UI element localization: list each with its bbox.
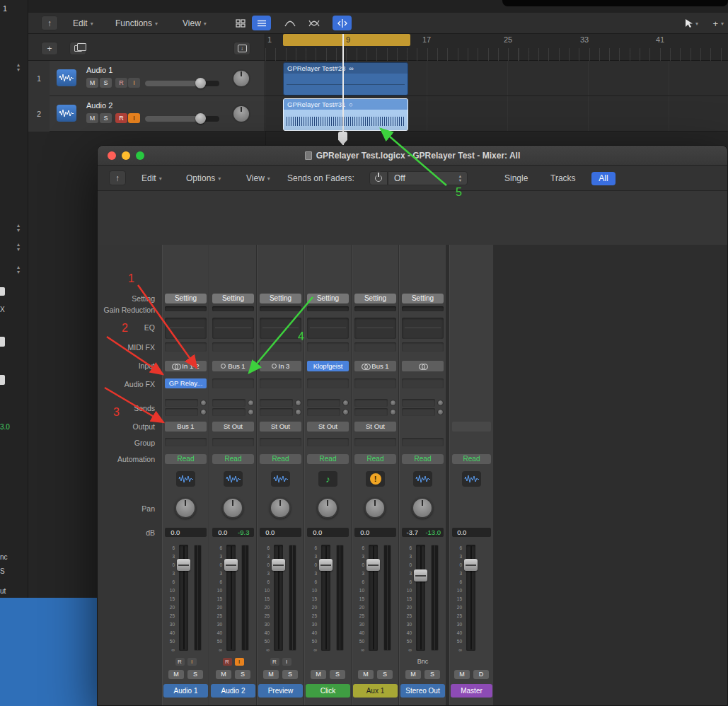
automation-mode-button[interactable]: Read: [354, 454, 396, 464]
audio-fx-slot[interactable]: [354, 378, 396, 388]
mute-button[interactable]: M: [86, 113, 98, 123]
solo-button[interactable]: S: [100, 78, 112, 88]
channel-setting-button[interactable]: Setting: [212, 294, 254, 303]
channel-setting-button[interactable]: Setting: [354, 294, 396, 303]
send-slot[interactable]: [260, 408, 293, 416]
hide-menu-button[interactable]: ↑: [109, 170, 126, 185]
track-header-audio1[interactable]: 1 Audio 1 M S R I: [28, 61, 265, 96]
eq-display[interactable]: [307, 318, 349, 339]
channel-setting-button[interactable]: Setting: [165, 294, 207, 303]
channel-name[interactable]: Audio 2: [211, 684, 255, 698]
record-button[interactable]: R: [223, 658, 232, 666]
track-header-config-button[interactable]: ↓: [233, 42, 250, 55]
record-enable-button[interactable]: R: [115, 113, 127, 123]
midi-fx-slot[interactable]: [402, 342, 444, 352]
solo-button[interactable]: S: [235, 670, 250, 679]
volume-fader[interactable]: [179, 545, 188, 651]
mute-button[interactable]: M: [86, 78, 98, 88]
group-slot[interactable]: [260, 438, 301, 446]
track-header-audio2[interactable]: 2 Audio 2 M S R I: [28, 96, 265, 132]
channel-setting-button[interactable]: Setting: [260, 294, 301, 303]
eq-display[interactable]: [260, 318, 301, 339]
automation-mode-button[interactable]: Read: [212, 454, 254, 464]
automation-mode-button[interactable]: Read: [165, 454, 207, 464]
instrument-slot[interactable]: Klopfgeist: [307, 361, 349, 371]
midi-fx-slot[interactable]: [354, 342, 396, 352]
group-slot[interactable]: [212, 438, 254, 446]
volume-slider[interactable]: [145, 116, 219, 122]
mute-button[interactable]: M: [311, 670, 326, 679]
output-slot[interactable]: Bus 1: [165, 422, 207, 432]
edit-menu[interactable]: Edit▾: [73, 13, 93, 34]
zoom-chevrons-icon[interactable]: ▴▾: [17, 265, 20, 274]
record-enable-button[interactable]: R: [115, 78, 127, 88]
channel-name[interactable]: Click: [306, 684, 350, 698]
pointer-tool-menu[interactable]: ▾: [684, 13, 698, 34]
fader-cap[interactable]: [224, 559, 238, 571]
db-display[interactable]: 0.0: [260, 528, 301, 537]
duplicate-track-button[interactable]: [69, 42, 86, 55]
automation-mode-button[interactable]: Read: [307, 454, 349, 464]
mixer-options-menu[interactable]: Options▾: [186, 166, 221, 191]
input-monitor-button[interactable]: I: [282, 658, 291, 666]
pan-knob[interactable]: [175, 497, 196, 519]
automation-mode-button[interactable]: Read: [452, 454, 491, 464]
mute-button[interactable]: M: [454, 670, 470, 679]
send-knob[interactable]: [390, 400, 396, 406]
output-slot[interactable]: St Out: [260, 422, 301, 432]
fader-cap[interactable]: [464, 559, 478, 571]
grid-view-button[interactable]: [231, 16, 250, 30]
zoom-chevrons-icon[interactable]: ▴▾: [17, 62, 20, 72]
midi-fx-slot[interactable]: [212, 342, 254, 352]
pan-knob[interactable]: [317, 497, 338, 519]
send-slot[interactable]: [260, 399, 293, 407]
audio-fx-slot[interactable]: GP Relay...: [165, 378, 207, 388]
bar-ruler[interactable]: 1 9 17 25 33 41: [265, 34, 728, 61]
volume-fader[interactable]: [416, 545, 425, 651]
volume-fader[interactable]: [274, 545, 283, 651]
db-display[interactable]: 0.0: [354, 528, 396, 537]
send-knob[interactable]: [295, 409, 301, 415]
volume-fader[interactable]: [369, 545, 378, 651]
volume-thumb[interactable]: [195, 113, 206, 124]
record-button[interactable]: R: [175, 658, 185, 666]
db-display[interactable]: 0.0: [307, 528, 349, 537]
channel-setting-button[interactable]: Setting: [402, 294, 444, 303]
view-all-button[interactable]: All: [591, 172, 616, 185]
send-slot[interactable]: [354, 399, 388, 407]
audio-fx-slot[interactable]: [402, 378, 444, 388]
add-track-button[interactable]: +: [41, 42, 58, 55]
solo-button[interactable]: S: [282, 670, 298, 679]
send-slot[interactable]: [165, 399, 198, 407]
solo-button[interactable]: S: [377, 670, 393, 679]
solo-button[interactable]: S: [330, 670, 345, 679]
send-slot[interactable]: [212, 399, 245, 407]
group-slot[interactable]: [402, 438, 444, 446]
fader-cap[interactable]: [177, 559, 190, 571]
record-button[interactable]: R: [270, 658, 279, 666]
functions-menu[interactable]: Functions▾: [115, 13, 158, 34]
channel-name[interactable]: Stereo Out: [400, 684, 445, 698]
pan-knob[interactable]: [232, 105, 250, 123]
view-single-button[interactable]: Single: [504, 166, 528, 191]
eq-display[interactable]: [212, 318, 254, 339]
audio-fx-slot[interactable]: [260, 378, 301, 388]
midi-fx-slot[interactable]: [165, 342, 207, 352]
volume-fader[interactable]: [321, 545, 330, 651]
audio-fx-slot[interactable]: [212, 378, 254, 388]
view-menu[interactable]: View▾: [183, 13, 207, 34]
mute-button[interactable]: M: [358, 670, 374, 679]
mute-button[interactable]: M: [168, 670, 184, 679]
db-display[interactable]: 0.0: [452, 528, 491, 537]
output-slot[interactable]: St Out: [307, 422, 349, 432]
input-monitor-button[interactable]: I: [187, 658, 197, 666]
send-knob[interactable]: [248, 409, 254, 415]
send-slot[interactable]: [354, 408, 388, 416]
output-slot[interactable]: St Out: [212, 422, 254, 432]
audio-region[interactable]: GPRelayer Test#28∞: [283, 62, 408, 96]
send-knob[interactable]: [390, 409, 396, 415]
eq-display[interactable]: [165, 318, 207, 339]
fader-cap[interactable]: [272, 559, 285, 571]
channel-name[interactable]: Preview: [258, 684, 303, 698]
secondary-tool-menu[interactable]: +▾: [712, 13, 724, 34]
